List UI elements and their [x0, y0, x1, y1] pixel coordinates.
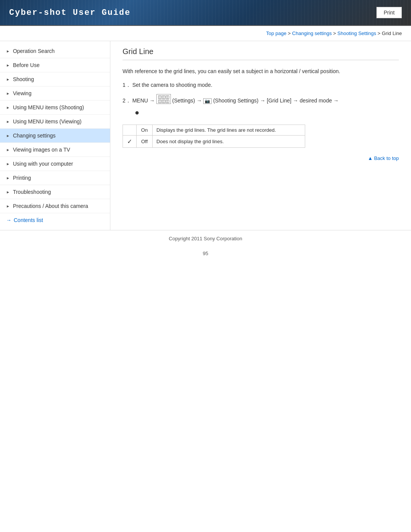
- step-2-text: MENU → ◫◫◫◫◫◫ (Settings) → 📷 (Shooting S…: [132, 97, 339, 104]
- breadcrumb: Top page > Changing settings > Shooting …: [0, 26, 411, 41]
- main-content: Grid Line With reference to the grid lin…: [110, 41, 411, 171]
- step-1: 1． Set the camera to shooting mode.: [123, 81, 399, 89]
- table-row: ✓ Off Does not display the grid lines.: [123, 136, 305, 148]
- sidebar-item-shooting[interactable]: ► Shooting: [0, 72, 110, 86]
- sidebar-item-label: Before Use: [13, 62, 40, 68]
- sidebar-item-viewing-images-tv[interactable]: ► Viewing images on a TV: [0, 143, 110, 157]
- sidebar-item-label: Changing settings: [13, 133, 56, 139]
- settings-table: On Displays the grid lines. The grid lin…: [123, 125, 305, 148]
- arrow-right-icon: →: [6, 217, 11, 223]
- contents-list-label[interactable]: Contents list: [14, 217, 43, 223]
- back-to-top[interactable]: ▲ Back to top: [123, 148, 399, 165]
- checkmark-icon: ✓: [127, 138, 132, 145]
- sidebar-item-before-use[interactable]: ► Before Use: [0, 58, 110, 72]
- sidebar-item-operation-search[interactable]: ► Operation Search: [0, 44, 110, 58]
- step-1-text: Set the camera to shooting mode.: [132, 82, 212, 88]
- sidebar-item-label: Using MENU items (Viewing): [13, 118, 81, 125]
- arrow-icon: ►: [6, 176, 10, 180]
- arrow-icon: ►: [6, 134, 10, 138]
- arrow-icon: ►: [6, 105, 10, 110]
- sidebar-item-label: Using with your computer: [13, 161, 73, 167]
- row-desc-on: Displays the grid lines. The grid lines …: [153, 125, 305, 136]
- sidebar-item-precautions[interactable]: ► Precautions / About this camera: [0, 199, 110, 213]
- row-desc-off: Does not display the grid lines.: [153, 136, 305, 148]
- step-1-number: 1．: [123, 82, 131, 88]
- page-title: Grid Line: [123, 47, 399, 60]
- sidebar-item-label: Using MENU items (Shooting): [13, 104, 84, 110]
- sidebar-item-label: Shooting: [13, 76, 34, 82]
- arrow-icon: ►: [6, 120, 10, 124]
- arrow-icon: ►: [6, 49, 10, 53]
- row-icon-off: ✓: [123, 136, 137, 148]
- arrow-icon: ►: [6, 77, 10, 81]
- sidebar-item-label: Viewing images on a TV: [13, 147, 70, 153]
- sidebar-item-label: Printing: [13, 175, 31, 181]
- row-icon-on: [123, 125, 137, 136]
- arrow-icon: ►: [6, 91, 10, 96]
- row-label-off: Off: [136, 136, 152, 148]
- breadcrumb-changing-settings[interactable]: Changing settings: [292, 30, 332, 36]
- step-2-number: 2．: [123, 97, 131, 104]
- sidebar-item-troubleshooting[interactable]: ► Troubleshooting: [0, 185, 110, 199]
- breadcrumb-top-page[interactable]: Top page: [266, 30, 287, 36]
- header: Cyber-shot User Guide Print: [0, 0, 411, 26]
- arrow-icon: ►: [6, 162, 10, 166]
- step-2: 2． MENU → ◫◫◫◫◫◫ (Settings) → 📷 (Shootin…: [123, 94, 399, 118]
- breadcrumb-shooting-settings[interactable]: Shooting Settings: [338, 30, 376, 36]
- sidebar-item-printing[interactable]: ► Printing: [0, 171, 110, 185]
- content-layout: ► Operation Search ► Before Use ► Shooti…: [0, 41, 411, 230]
- sidebar-item-using-menu-viewing[interactable]: ► Using MENU items (Viewing): [0, 115, 110, 129]
- sidebar-item-label: Viewing: [13, 90, 32, 96]
- sidebar-item-using-menu-shooting[interactable]: ► Using MENU items (Shooting): [0, 101, 110, 115]
- sidebar-item-label: Precautions / About this camera: [13, 203, 88, 209]
- print-button[interactable]: Print: [376, 7, 402, 18]
- sidebar-item-label: Troubleshooting: [13, 189, 51, 195]
- page-number: 95: [0, 247, 411, 260]
- row-label-on: On: [136, 125, 152, 136]
- arrow-icon: ►: [6, 63, 10, 67]
- breadcrumb-current: Grid Line: [382, 30, 402, 36]
- bullet-point: ●: [135, 106, 399, 118]
- sidebar-item-changing-settings[interactable]: ► Changing settings: [0, 129, 110, 143]
- app-title: Cyber-shot User Guide: [9, 8, 131, 18]
- intro-text: With reference to the grid lines, you ca…: [123, 67, 399, 75]
- copyright-text: Copyright 2011 Sony Corporation: [169, 236, 242, 241]
- arrow-icon: ►: [6, 204, 10, 208]
- arrow-icon: ►: [6, 190, 10, 194]
- table-row: On Displays the grid lines. The grid lin…: [123, 125, 305, 136]
- sidebar-item-using-computer[interactable]: ► Using with your computer: [0, 157, 110, 171]
- sidebar-item-label: Operation Search: [13, 48, 55, 54]
- back-to-top-link[interactable]: ▲ Back to top: [368, 155, 399, 161]
- sidebar-item-viewing[interactable]: ► Viewing: [0, 86, 110, 101]
- footer: Copyright 2011 Sony Corporation: [0, 230, 411, 247]
- sidebar: ► Operation Search ► Before Use ► Shooti…: [0, 41, 110, 230]
- arrow-icon: ►: [6, 148, 10, 152]
- contents-list-link[interactable]: → Contents list: [0, 213, 110, 227]
